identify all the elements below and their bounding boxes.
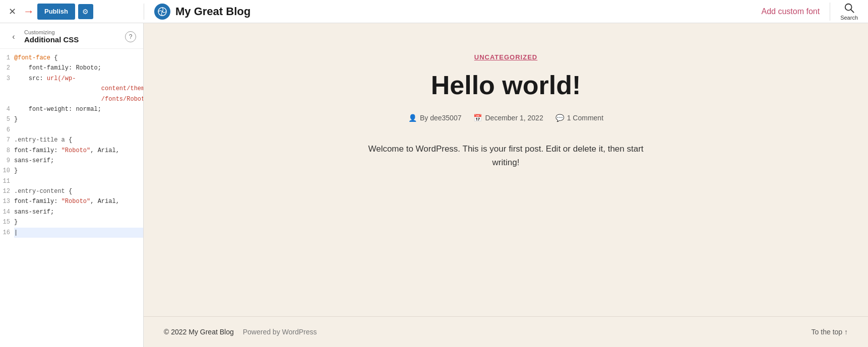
svg-point-1 [845, 4, 851, 10]
publish-button[interactable]: Publish [37, 4, 75, 20]
code-line: 15 } [0, 217, 143, 227]
top-bar: ✕ → Publish ⚙ My Great Blog Add custom f… [0, 0, 868, 23]
sidebar: ‹ Customizing Additional CSS ? 1 @font-f… [0, 23, 144, 347]
comment-icon: 💬 [555, 114, 564, 122]
additional-css-label: Additional CSS [24, 35, 79, 44]
search-label: Search [840, 15, 858, 21]
wordpress-icon [158, 7, 167, 16]
code-line: 12 .entry-content { [0, 186, 143, 196]
add-custom-font-link[interactable]: Add custom font [762, 7, 820, 16]
arrow-indicator: → [23, 5, 34, 18]
calendar-icon: 📅 [473, 114, 482, 122]
site-icon [154, 4, 170, 20]
main-area: ‹ Customizing Additional CSS ? 1 @font-f… [0, 23, 868, 347]
customizing-label: Customizing [24, 29, 121, 35]
publish-area: → Publish ⚙ [23, 4, 139, 20]
post-content: Welcome to WordPress. This is your first… [355, 142, 657, 169]
meta-date: 📅 December 1, 2022 [473, 114, 543, 122]
code-line: 1 @font-face { [0, 53, 143, 63]
search-icon-wrap: Search [840, 3, 858, 21]
author-icon: 👤 [408, 114, 417, 122]
code-line-cursor: 16 | [0, 228, 143, 238]
footer-to-top[interactable]: To the top ↑ [812, 328, 848, 336]
search-icon [844, 3, 855, 14]
code-line: 4 font-weight: normal; [0, 104, 143, 114]
search-area[interactable]: Search [830, 3, 868, 21]
footer-left: © 2022 My Great Blog Powered by WordPres… [164, 328, 317, 336]
footer-powered: Powered by WordPress [243, 328, 317, 336]
code-line: 8 font-family: "Roboto", Arial, [0, 146, 143, 156]
post-title: Hello world! [431, 71, 581, 100]
svg-line-2 [850, 9, 853, 12]
post-meta: 👤 By dee35007 📅 December 1, 2022 💬 1 Com… [408, 114, 603, 122]
preview-footer: © 2022 My Great Blog Powered by WordPres… [144, 316, 868, 347]
footer-copyright: © 2022 My Great Blog [164, 328, 234, 336]
author-text: By dee35007 [420, 114, 462, 122]
comments-text: 1 Comment [567, 114, 603, 122]
preview-content: UNCATEGORIZED Hello world! 👤 By dee35007… [144, 23, 868, 316]
meta-comments: 💬 1 Comment [555, 114, 603, 122]
sidebar-header: ‹ Customizing Additional CSS ? [0, 23, 143, 49]
code-line: 6 [0, 125, 143, 135]
code-line: 10 } [0, 166, 143, 176]
date-text: December 1, 2022 [485, 114, 543, 122]
site-title: My Great Blog [175, 5, 251, 18]
meta-author: 👤 By dee35007 [408, 114, 462, 122]
gear-button[interactable]: ⚙ [78, 4, 93, 19]
code-line: 13 font-family: "Roboto", Arial, [0, 196, 143, 206]
back-button[interactable]: ‹ [7, 30, 20, 43]
code-line: 11 [0, 176, 143, 186]
code-line: 14 sans-serif; [0, 207, 143, 217]
code-line: 7 .entry-title a { [0, 135, 143, 145]
close-button[interactable]: ✕ [5, 5, 19, 19]
sidebar-title-area: Customizing Additional CSS [24, 29, 121, 44]
post-category: UNCATEGORIZED [474, 53, 537, 61]
code-line: 9 sans-serif; [0, 156, 143, 166]
top-bar-center: My Great Blog Add custom font [144, 4, 830, 20]
code-line: 3 src: url(/wp- content/themes/twentytwe… [0, 74, 143, 104]
top-bar-left: ✕ → Publish ⚙ [0, 4, 144, 20]
help-button[interactable]: ? [125, 31, 136, 42]
preview-pane: UNCATEGORIZED Hello world! 👤 By dee35007… [144, 23, 868, 347]
code-line: 5 } [0, 114, 143, 124]
code-line: 2 font-family: Roboto; [0, 63, 143, 73]
site-logo-area: My Great Blog [154, 4, 251, 20]
code-editor[interactable]: 1 @font-face { 2 font-family: Roboto; 3 … [0, 49, 143, 347]
